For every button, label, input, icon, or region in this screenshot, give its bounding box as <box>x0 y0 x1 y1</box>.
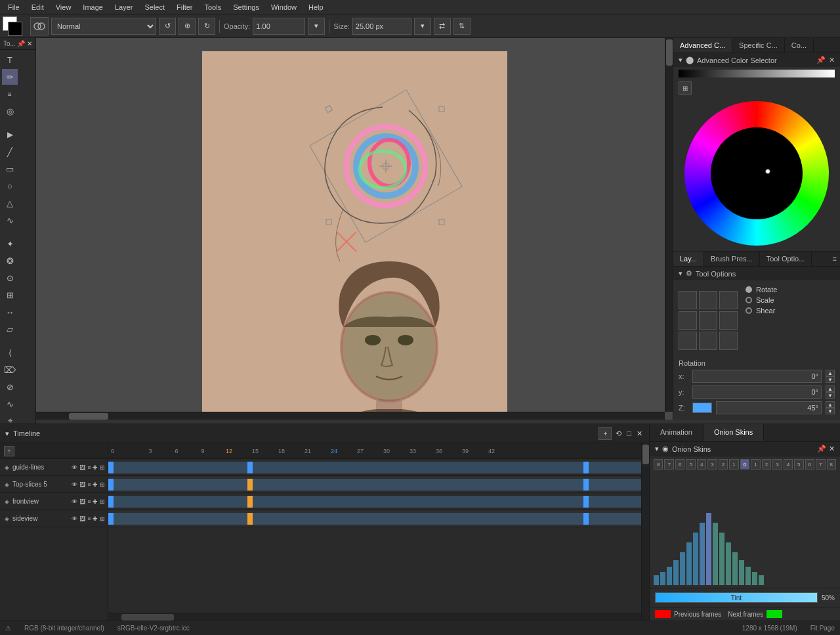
layer-add-3[interactable]: ✚ <box>93 498 98 505</box>
layer-menu-3[interactable]: ⊞ <box>100 498 105 505</box>
tint-slider[interactable]: Tint <box>655 592 818 603</box>
tool-smart-patch[interactable]: ⌦ <box>2 362 18 378</box>
layer-add-2[interactable]: ✚ <box>93 481 98 488</box>
track-sideview[interactable] <box>108 510 641 527</box>
timeline-add-btn[interactable]: + <box>598 427 612 440</box>
menu-view[interactable]: View <box>51 2 77 12</box>
tool-poly[interactable]: △ <box>2 195 18 211</box>
tool-line[interactable]: ╱ <box>2 144 18 160</box>
onion-num-p5[interactable]: 5 <box>794 459 803 470</box>
y-input[interactable] <box>692 385 822 399</box>
onion-close[interactable]: ✕ <box>829 445 835 453</box>
onion-num-m3[interactable]: 3 <box>707 459 717 470</box>
blend-mode-select[interactable]: Normal <box>51 18 156 35</box>
tool-measure[interactable]: ⌖ <box>2 413 18 424</box>
layer-menu-2[interactable]: ⊞ <box>100 481 105 488</box>
transform-cell-mc[interactable] <box>699 311 717 330</box>
y-spin-up[interactable]: ▲ <box>826 385 835 392</box>
menu-settings[interactable]: Settings <box>228 2 264 12</box>
rotate-option[interactable]: Rotate <box>746 286 777 294</box>
transform-cell-tl[interactable] <box>679 291 697 309</box>
menu-file[interactable]: File <box>3 2 25 12</box>
tool-eraser[interactable]: ≡ <box>2 86 18 102</box>
tab-layers[interactable]: Lay... <box>673 252 704 266</box>
tab-onion-skins[interactable]: Onion Skins <box>704 424 764 441</box>
color-selector-close[interactable]: ✕ <box>829 56 835 64</box>
transform-cell-ml[interactable] <box>679 311 697 330</box>
onion-num-p8[interactable]: 8 <box>827 459 836 470</box>
layer-name-front[interactable]: frontview <box>12 498 70 505</box>
panel-menu-btn[interactable]: ≡ <box>830 252 840 266</box>
size-input[interactable] <box>352 18 411 35</box>
transform-cell-tr[interactable] <box>719 291 738 309</box>
canvas-scrollbar-v[interactable] <box>665 38 673 412</box>
y-spin-down[interactable]: ▼ <box>826 392 835 399</box>
transform-cell-mr[interactable] <box>719 311 738 330</box>
layer-lock-4[interactable]: 🖼 <box>79 515 85 522</box>
scale-radio[interactable] <box>746 297 752 303</box>
transform-cell-bc[interactable] <box>699 332 717 350</box>
onion-num-m6[interactable]: 6 <box>675 459 684 470</box>
timeline-expand[interactable]: ▾ <box>5 429 9 438</box>
tool-transform[interactable]: T <box>2 52 18 68</box>
tool-path[interactable]: ∿ <box>2 212 18 228</box>
tool-options-header[interactable]: ▾ ⚙ Tool Options <box>673 267 840 280</box>
transform-cell-tc[interactable] <box>699 291 717 309</box>
refresh-btn[interactable]: ↻ <box>198 18 215 35</box>
x-input[interactable] <box>692 370 822 383</box>
z-input[interactable] <box>716 401 822 414</box>
background-color[interactable] <box>8 22 22 36</box>
tool-clone[interactable]: ⊞ <box>2 287 18 303</box>
tab-tool-options[interactable]: Tool Optio... <box>760 252 812 266</box>
menu-help[interactable]: Help <box>303 2 329 12</box>
timeline-minimize[interactable]: □ <box>625 428 633 439</box>
canvas-area[interactable] <box>36 38 673 420</box>
rotate-radio[interactable] <box>746 286 752 293</box>
color-selector-header[interactable]: ▾ ⬤ Advanced Color Selector 📌 ✕ <box>673 53 840 67</box>
tab-brush-presets[interactable]: Brush Pres... <box>704 252 760 266</box>
menu-layer[interactable]: Layer <box>110 2 138 12</box>
tool-ellipse[interactable]: ○ <box>2 178 18 194</box>
x-spin-up[interactable]: ▲ <box>826 370 835 376</box>
tool-rect[interactable]: ▭ <box>2 161 18 177</box>
layer-name-slices[interactable]: Top-slices 5 <box>12 481 70 488</box>
shear-option[interactable]: Shear <box>746 307 777 315</box>
layer-add-1[interactable]: ✚ <box>93 464 98 471</box>
track-top-slices[interactable] <box>108 476 641 493</box>
reset-btn[interactable]: ↺ <box>159 18 176 35</box>
size-expand[interactable]: ▾ <box>414 18 431 35</box>
transform-cell-bl[interactable] <box>679 332 697 350</box>
tool-text[interactable]: ⊙ <box>2 270 18 286</box>
color-selector-pin[interactable]: 📌 <box>816 56 826 64</box>
flip-v-btn[interactable]: ⇅ <box>453 18 471 35</box>
tools-pin[interactable]: 📌 <box>17 40 25 47</box>
lightness-bar[interactable] <box>679 70 835 77</box>
layer-lock-3[interactable]: 🖼 <box>79 498 85 505</box>
z-spin-down[interactable]: ▼ <box>826 408 835 414</box>
layer-alpha-3[interactable]: α <box>87 498 91 504</box>
onion-num-m8[interactable]: 8 <box>654 459 663 470</box>
tab-specific-color[interactable]: Specific C... <box>732 38 785 53</box>
tool-brush[interactable]: ✏ <box>2 69 18 85</box>
tool-calligraphy[interactable]: ❂ <box>2 253 18 269</box>
flip-h-btn[interactable]: ⇄ <box>434 18 451 35</box>
scale-option[interactable]: Scale <box>746 296 777 304</box>
track-guide-lines[interactable] <box>108 459 641 476</box>
track-frontview[interactable] <box>108 493 641 510</box>
layer-vis-3[interactable]: 👁 <box>72 498 77 505</box>
timeline-restore[interactable]: ⟲ <box>614 428 623 439</box>
color-wheel[interactable] <box>684 101 829 246</box>
tool-freehand[interactable]: ▶ <box>2 127 18 142</box>
onion-num-m5[interactable]: 5 <box>686 459 695 470</box>
layer-name-side[interactable]: sideview <box>12 515 70 522</box>
z-spin-up[interactable]: ▲ <box>826 401 835 408</box>
menu-select[interactable]: Select <box>139 2 170 12</box>
layer-menu-1[interactable]: ⊞ <box>100 464 105 471</box>
layer-name-guide[interactable]: guide-lines <box>12 464 70 471</box>
tab-animation[interactable]: Animation <box>650 424 704 441</box>
onion-num-p4[interactable]: 4 <box>784 459 793 470</box>
canvas-document[interactable] <box>202 51 507 420</box>
menu-window[interactable]: Window <box>266 2 302 12</box>
onion-num-m1[interactable]: 1 <box>729 459 738 470</box>
onion-num-m7[interactable]: 7 <box>664 459 673 470</box>
